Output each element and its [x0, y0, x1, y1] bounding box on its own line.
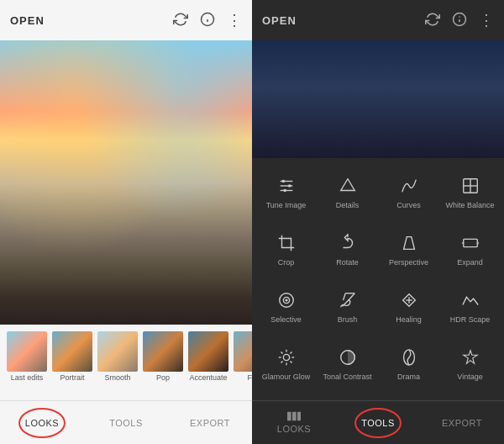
- right-beach-image: [252, 40, 504, 158]
- right-topbar: OPEN ⋮: [252, 0, 504, 40]
- right-panel: OPEN ⋮: [252, 0, 504, 444]
- tool-perspective-label: Perspective: [389, 258, 428, 267]
- svg-point-9: [281, 180, 285, 183]
- tool-selective[interactable]: Selective: [255, 279, 317, 336]
- tool-crop-label: Crop: [278, 258, 295, 267]
- left-top-icons: ⋮: [173, 12, 242, 29]
- svg-rect-42: [297, 412, 301, 421]
- right-tab-looks-label: LOOKS: [277, 424, 311, 434]
- svg-line-36: [281, 362, 282, 363]
- more-icon[interactable]: ⋮: [227, 13, 242, 28]
- thumb-label-accentuate: Accentuate: [189, 373, 227, 382]
- right-top-icons: ⋮: [425, 12, 494, 29]
- right-tab-export[interactable]: EXPORT: [420, 401, 504, 444]
- left-tab-export[interactable]: EXPORT: [168, 401, 252, 444]
- left-panel: OPEN ⋮ Last edits: [0, 0, 252, 444]
- refresh-icon[interactable]: [173, 12, 188, 29]
- left-topbar: OPEN ⋮: [0, 0, 252, 40]
- left-tab-looks[interactable]: LOOKS: [0, 401, 84, 444]
- thumb-accentuate[interactable]: Accentuate: [188, 331, 228, 382]
- rotate-icon: [339, 234, 357, 255]
- tool-drama[interactable]: Drama: [378, 336, 439, 394]
- glamour-icon: [277, 348, 296, 369]
- svg-line-35: [290, 352, 291, 354]
- tool-selective-label: Selective: [270, 315, 302, 325]
- details-icon: [339, 177, 357, 198]
- left-tab-export-label: EXPORT: [190, 418, 230, 428]
- tool-white-balance[interactable]: White Balance: [439, 165, 501, 222]
- svg-rect-41: [292, 412, 297, 421]
- tool-details[interactable]: Details: [317, 165, 378, 222]
- tool-brush-label: Brush: [338, 315, 358, 325]
- thumb-label-pop: Pop: [156, 373, 170, 382]
- right-info-icon[interactable]: [452, 12, 467, 29]
- thumb-label-smooth: Smooth: [104, 373, 130, 382]
- right-more-icon[interactable]: ⋮: [479, 13, 494, 28]
- right-tab-tools[interactable]: TOOLS: [336, 401, 420, 444]
- svg-point-22: [286, 299, 287, 301]
- tool-perspective[interactable]: Perspective: [378, 222, 439, 279]
- tool-tune-image[interactable]: Tune Image: [255, 165, 317, 222]
- right-refresh-icon[interactable]: [425, 12, 440, 29]
- tool-brush[interactable]: Brush: [317, 279, 378, 336]
- tool-vintage-label: Vintage: [457, 373, 482, 382]
- thumb-label-portrait: Portrait: [60, 373, 84, 382]
- curves-icon: [400, 177, 418, 198]
- beach-image: [0, 40, 252, 325]
- left-tab-looks-label: LOOKS: [25, 418, 59, 428]
- tool-glamour-glow[interactable]: Glamour Glow: [255, 336, 317, 394]
- svg-line-25: [348, 293, 354, 300]
- thumb-portrait[interactable]: Portrait: [52, 331, 92, 382]
- tools-grid: Tune Image Details Curves White Balance: [252, 158, 504, 400]
- svg-point-28: [283, 354, 289, 360]
- svg-line-34: [290, 362, 291, 363]
- svg-point-10: [287, 184, 291, 188]
- thumb-img-pop: [143, 331, 183, 372]
- crop-icon: [277, 234, 296, 255]
- thumbnails-row: Last edits Portrait Smooth Pop Accentuat…: [0, 325, 252, 400]
- info-icon[interactable]: [200, 12, 215, 29]
- selective-icon: [277, 291, 296, 312]
- expand-icon: [461, 234, 480, 255]
- looks-tab-icon: [287, 411, 301, 423]
- svg-marker-39: [463, 351, 477, 364]
- thumb-pop[interactable]: Pop: [143, 331, 183, 382]
- tool-tonal-contrast[interactable]: Tonal Contrast: [317, 336, 378, 394]
- thumb-img-smooth: [97, 331, 138, 372]
- tool-rotate[interactable]: Rotate: [317, 222, 378, 279]
- right-tab-looks[interactable]: LOOKS: [252, 401, 336, 444]
- tool-expand[interactable]: Expand: [439, 222, 501, 279]
- tool-tonal-label: Tonal Contrast: [323, 373, 371, 382]
- vintage-icon: [461, 348, 480, 369]
- svg-point-11: [283, 189, 286, 193]
- right-title: OPEN: [262, 14, 415, 27]
- right-image-area: [252, 40, 504, 158]
- tool-healing[interactable]: Healing: [378, 279, 439, 336]
- tonal-icon: [339, 348, 357, 369]
- thumb-img-fac: [234, 331, 252, 372]
- thumb-smooth[interactable]: Smooth: [97, 331, 138, 382]
- tool-curves[interactable]: Curves: [378, 165, 439, 222]
- brush-icon: [339, 291, 357, 312]
- thumb-img-portrait: [52, 331, 92, 372]
- tune-icon: [277, 177, 296, 198]
- left-image-area: [0, 40, 252, 325]
- tool-vintage[interactable]: Vintage: [439, 336, 501, 394]
- tool-drama-label: Drama: [397, 373, 420, 382]
- tool-hdr-scape[interactable]: HDR Scape: [439, 279, 501, 336]
- svg-rect-17: [463, 240, 477, 247]
- drama-icon: [400, 348, 418, 369]
- thumb-img-last-edits: [7, 331, 47, 372]
- left-tab-tools[interactable]: TOOLS: [84, 401, 168, 444]
- left-title: OPEN: [10, 14, 163, 27]
- tool-expand-label: Expand: [457, 258, 483, 267]
- svg-line-24: [343, 293, 345, 300]
- perspective-icon: [400, 234, 418, 255]
- svg-rect-40: [287, 412, 291, 421]
- tool-crop[interactable]: Crop: [255, 222, 317, 279]
- thumb-last-edits[interactable]: Last edits: [7, 331, 47, 382]
- thumb-fac[interactable]: Fac: [234, 331, 252, 382]
- tool-wb-label: White Balance: [445, 201, 494, 210]
- wb-icon: [461, 177, 480, 198]
- svg-marker-12: [340, 179, 354, 191]
